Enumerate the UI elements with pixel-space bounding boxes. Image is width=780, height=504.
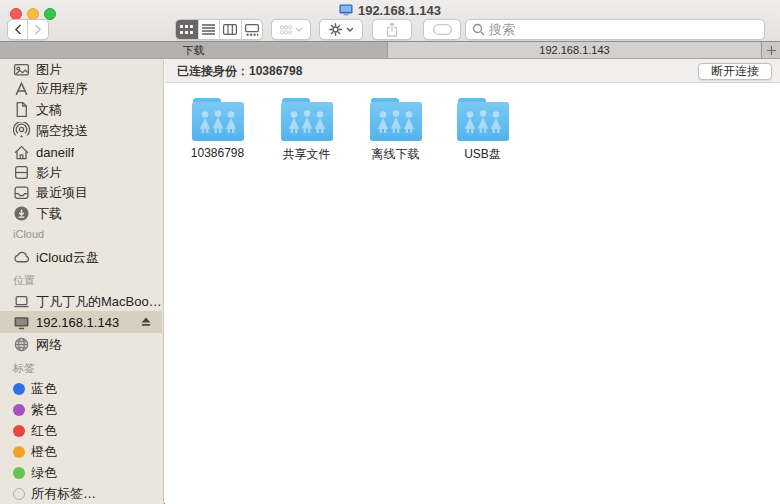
sidebar-item-label: 隔空投送 — [36, 122, 88, 140]
tab-label: 192.168.1.143 — [539, 44, 609, 56]
sidebar-section-tags: 标签 — [13, 361, 35, 376]
sidebar-item-label: 所有标签… — [31, 485, 96, 503]
documents-icon — [13, 101, 30, 118]
connection-status-bar: 已连接身份：10386798 断开连接 — [165, 59, 780, 83]
tab-downloads[interactable]: 下载 — [0, 42, 388, 58]
sidebar-item-movies[interactable]: 影片 — [0, 162, 162, 183]
file-browser-area[interactable]: 已连接身份：10386798 断开连接 — [165, 59, 780, 504]
tab-bar: 下载 192.168.1.143 — [0, 41, 780, 59]
photos-icon — [13, 61, 30, 78]
back-button[interactable] — [8, 20, 28, 39]
folder-offline-downloads[interactable]: 离线下载 — [351, 97, 440, 163]
shared-folder-icon — [457, 97, 509, 143]
sidebar-item-tag-purple[interactable]: 紫色 — [0, 399, 162, 420]
tab-server[interactable]: 192.168.1.143 — [388, 42, 761, 58]
home-icon — [13, 144, 30, 161]
sidebar-item-label: 影片 — [36, 164, 62, 182]
sidebar-item-label: iCloud云盘 — [36, 249, 99, 267]
chevron-down-icon — [346, 27, 354, 32]
sidebar-item-recents[interactable]: 最近项目 — [0, 182, 162, 203]
sidebar-item-downloads[interactable]: 下载 — [0, 203, 162, 224]
share-button[interactable] — [372, 19, 412, 40]
sidebar-item-tag-orange[interactable]: 橙色 — [0, 441, 162, 462]
folder-name: USB盘 — [464, 146, 501, 163]
new-tab-button[interactable] — [761, 42, 780, 58]
sidebar-item-label: 紫色 — [31, 401, 57, 419]
sidebar-item-icloud-drive[interactable]: iCloud云盘 — [0, 247, 162, 268]
sidebar-item-label: 192.168.1.143 — [36, 315, 119, 330]
cloud-icon — [13, 249, 30, 266]
window-title-text: 192.168.1.143 — [358, 3, 441, 18]
recents-icon — [13, 184, 30, 201]
tag-green-dot — [13, 467, 25, 479]
shared-folder-icon — [370, 97, 422, 143]
group-items-button[interactable] — [271, 19, 311, 40]
search-icon — [472, 23, 485, 36]
tag-blue-dot — [13, 383, 25, 395]
sidebar-item-home[interactable]: daneilf — [0, 142, 162, 163]
airdrop-icon — [13, 122, 30, 139]
movies-icon — [13, 164, 30, 181]
tag-purple-dot — [13, 404, 25, 416]
share-icon — [385, 22, 399, 37]
applications-icon — [13, 80, 30, 97]
tag-oval-icon — [433, 24, 452, 35]
eject-icon[interactable] — [140, 316, 152, 328]
display-icon — [13, 314, 30, 331]
sidebar-item-label: 橙色 — [31, 443, 57, 461]
sidebar-item-label: 图片 — [36, 61, 62, 79]
tag-all-dot — [13, 488, 25, 500]
downloads-icon — [13, 205, 30, 222]
server-display-icon — [339, 4, 353, 17]
sidebar-item-network[interactable]: 网络 — [0, 334, 162, 355]
sidebar-item-label: 网络 — [36, 336, 62, 354]
sidebar-item-label: 下载 — [36, 205, 62, 223]
gallery-view-button[interactable] — [241, 20, 263, 39]
folder-usb-disk[interactable]: USB盘 — [438, 97, 527, 163]
sidebar-item-photos[interactable]: 图片 — [0, 59, 162, 80]
sidebar-item-label: 应用程序 — [36, 80, 88, 98]
sidebar-item-label: 文稿 — [36, 101, 62, 119]
view-mode-segmented-control — [175, 19, 263, 40]
shared-folder-icon — [192, 97, 244, 143]
sidebar-item-airdrop[interactable]: 隔空投送 — [0, 120, 162, 141]
sidebar-item-macbook[interactable]: 丁凡丁凡的MacBook Pro — [0, 291, 162, 312]
laptop-icon — [13, 293, 30, 310]
icon-view-button[interactable] — [176, 20, 198, 39]
disconnect-button[interactable]: 断开连接 — [698, 63, 772, 80]
folder-10386798[interactable]: 10386798 — [173, 97, 262, 160]
search-input[interactable] — [489, 22, 758, 37]
sidebar-item-all-tags[interactable]: 所有标签… — [0, 483, 162, 504]
sidebar-item-documents[interactable]: 文稿 — [0, 99, 162, 120]
list-view-button[interactable] — [198, 20, 220, 39]
sidebar-item-label: 红色 — [31, 422, 57, 440]
sidebar-item-label: 丁凡丁凡的MacBook Pro — [36, 293, 162, 311]
sidebar-item-tag-green[interactable]: 绿色 — [0, 462, 162, 483]
sidebar-item-label: 最近项目 — [36, 184, 88, 202]
column-view-button[interactable] — [219, 20, 241, 39]
sidebar-item-server-selected[interactable]: 192.168.1.143 — [0, 311, 162, 333]
tag-button[interactable] — [423, 19, 461, 40]
sidebar-item-label: 蓝色 — [31, 380, 57, 398]
navigation-buttons — [7, 19, 49, 40]
tag-red-dot — [13, 425, 25, 437]
sidebar-section-locations: 位置 — [13, 273, 35, 288]
sidebar-item-applications[interactable]: 应用程序 — [0, 78, 162, 99]
tab-label: 下载 — [183, 43, 205, 58]
title-bar: 192.168.1.143 — [0, 0, 780, 41]
action-gear-button[interactable] — [319, 19, 363, 40]
folder-shared-files[interactable]: 共享文件 — [262, 97, 351, 163]
connected-identity-text: 已连接身份：10386798 — [177, 59, 302, 83]
sidebar-item-tag-blue[interactable]: 蓝色 — [0, 378, 162, 399]
sidebar-section-icloud: iCloud — [13, 228, 44, 243]
sidebar-item-label: 绿色 — [31, 464, 57, 482]
folder-name: 离线下载 — [372, 146, 420, 163]
forward-button[interactable] — [28, 20, 48, 39]
sidebar: 图片 应用程序 文稿 隔空投送 — [0, 59, 164, 504]
sidebar-item-tag-red[interactable]: 红色 — [0, 420, 162, 441]
plus-icon — [766, 45, 777, 56]
window-title: 192.168.1.143 — [0, 2, 780, 18]
gear-icon — [328, 22, 343, 37]
search-field[interactable] — [465, 19, 765, 40]
sidebar-item-label: daneilf — [36, 145, 74, 160]
